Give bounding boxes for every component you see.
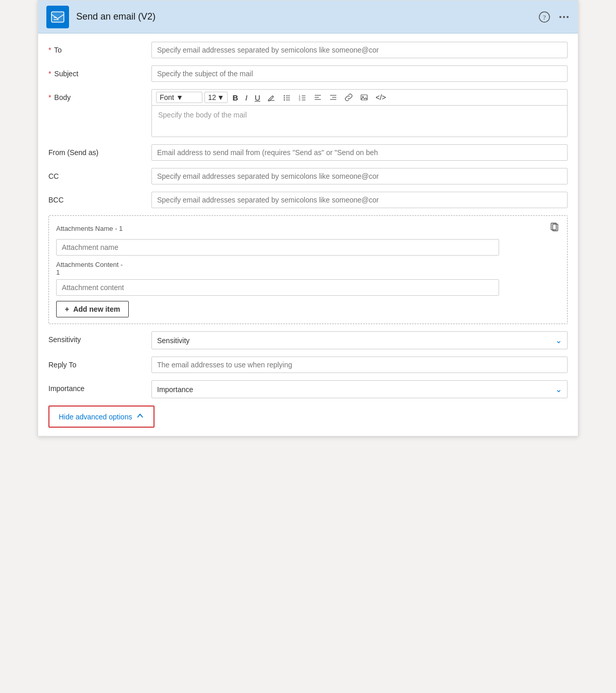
subject-required-indicator: * bbox=[48, 70, 51, 78]
italic-button[interactable]: I bbox=[243, 92, 250, 103]
svg-text:3.: 3. bbox=[299, 98, 301, 102]
attachment-content-input[interactable] bbox=[56, 279, 499, 296]
header-actions: ? bbox=[539, 11, 570, 23]
align-right-button[interactable] bbox=[327, 92, 340, 103]
body-row: * Body Font ▼ 12 ▼ B bbox=[48, 89, 568, 137]
from-row: From (Send as) bbox=[48, 144, 568, 161]
to-required-indicator: * bbox=[48, 46, 51, 54]
more-options-icon[interactable] bbox=[558, 11, 570, 23]
font-size-dropdown-icon: ▼ bbox=[217, 93, 225, 102]
svg-point-10 bbox=[284, 95, 285, 96]
body-toolbar: Font ▼ 12 ▼ B I U bbox=[152, 90, 567, 106]
to-label: * To bbox=[48, 42, 151, 54]
attachments-name-header: Attachments Name - 1 bbox=[56, 222, 560, 235]
reply-to-label: Reply To bbox=[48, 357, 151, 369]
svg-rect-2 bbox=[54, 17, 57, 18]
svg-rect-3 bbox=[54, 19, 59, 20]
bcc-label: BCC bbox=[48, 192, 151, 204]
sensitivity-dropdown[interactable]: Sensitivity ⌄ bbox=[151, 331, 568, 349]
font-label: Font bbox=[160, 93, 174, 102]
to-row: * To bbox=[48, 42, 568, 58]
svg-point-29 bbox=[363, 96, 364, 97]
importance-value: Importance bbox=[157, 385, 193, 394]
reply-to-input[interactable] bbox=[151, 357, 568, 373]
attachments-name-label: Attachments Name - 1 bbox=[56, 225, 123, 232]
subject-row: * Subject bbox=[48, 65, 568, 82]
bold-button[interactable]: B bbox=[230, 92, 241, 103]
subject-input[interactable] bbox=[151, 65, 568, 82]
add-new-item-label: Add new item bbox=[73, 305, 120, 313]
hide-advanced-button[interactable]: Hide advanced options bbox=[48, 405, 155, 428]
importance-row: Importance Importance ⌄ bbox=[48, 380, 568, 398]
link-button[interactable] bbox=[342, 92, 355, 103]
attachments-copy-icon[interactable] bbox=[550, 222, 560, 235]
highlight-button[interactable] bbox=[265, 92, 278, 103]
svg-point-8 bbox=[567, 16, 569, 18]
from-input[interactable] bbox=[151, 144, 568, 161]
body-placeholder: Specify the body of the mail bbox=[158, 111, 247, 119]
panel-title: Send an email (V2) bbox=[76, 11, 539, 22]
image-button[interactable] bbox=[357, 92, 371, 103]
sensitivity-value: Sensitivity bbox=[157, 336, 190, 345]
svg-rect-0 bbox=[52, 12, 64, 22]
importance-chevron-icon: ⌄ bbox=[555, 384, 562, 394]
importance-dropdown[interactable]: Importance ⌄ bbox=[151, 380, 568, 398]
font-selector[interactable]: Font ▼ bbox=[156, 92, 202, 103]
svg-point-12 bbox=[284, 99, 285, 100]
cc-label: CC bbox=[48, 168, 151, 180]
help-icon[interactable]: ? bbox=[539, 11, 550, 23]
body-required-indicator: * bbox=[48, 93, 51, 102]
bcc-input[interactable] bbox=[151, 192, 568, 208]
underline-button[interactable]: U bbox=[252, 92, 263, 103]
svg-text:?: ? bbox=[543, 13, 546, 21]
body-label: * Body bbox=[48, 89, 151, 102]
from-label: From (Send as) bbox=[48, 144, 151, 157]
body-editor: Font ▼ 12 ▼ B I U bbox=[151, 89, 568, 137]
add-new-item-plus-icon: + bbox=[65, 305, 69, 313]
code-button[interactable]: </> bbox=[373, 92, 388, 103]
attachment-content-wrap bbox=[56, 279, 560, 296]
add-new-item-button[interactable]: + Add new item bbox=[56, 301, 129, 317]
svg-rect-28 bbox=[361, 95, 367, 100]
sensitivity-label: Sensitivity bbox=[48, 331, 151, 344]
to-input[interactable] bbox=[151, 42, 568, 58]
panel-header: Send an email (V2) ? bbox=[38, 1, 578, 33]
hide-advanced-row: Hide advanced options bbox=[48, 405, 568, 428]
subject-label: * Subject bbox=[48, 65, 151, 78]
cc-input[interactable] bbox=[151, 168, 568, 184]
font-size-selector[interactable]: 12 ▼ bbox=[204, 92, 228, 103]
panel-body: * To * Subject * Body Font bbox=[38, 33, 578, 436]
importance-label: Importance bbox=[48, 380, 151, 393]
attachments-content-label: Attachments Content - 1 bbox=[56, 261, 560, 276]
send-email-panel: Send an email (V2) ? * To bbox=[38, 0, 578, 436]
reply-to-row: Reply To bbox=[48, 357, 568, 373]
hide-advanced-chevron-icon bbox=[136, 412, 144, 421]
sensitivity-chevron-icon: ⌄ bbox=[555, 335, 562, 345]
svg-point-7 bbox=[563, 16, 565, 18]
sensitivity-row: Sensitivity Sensitivity ⌄ bbox=[48, 331, 568, 349]
body-content-area[interactable]: Specify the body of the mail bbox=[152, 106, 567, 137]
align-left-button[interactable] bbox=[311, 92, 324, 103]
app-icon bbox=[46, 6, 69, 28]
svg-point-6 bbox=[559, 16, 561, 18]
cc-row: CC bbox=[48, 168, 568, 184]
bcc-row: BCC bbox=[48, 192, 568, 208]
attachment-name-wrap bbox=[56, 239, 560, 256]
svg-point-11 bbox=[284, 97, 285, 98]
numbered-list-button[interactable]: 1.2.3. bbox=[296, 92, 309, 103]
bulleted-list-button[interactable] bbox=[280, 92, 294, 103]
attachment-name-input[interactable] bbox=[56, 239, 499, 256]
attachments-section: Attachments Name - 1 Attachments Content… bbox=[48, 215, 568, 324]
hide-advanced-label: Hide advanced options bbox=[59, 413, 132, 421]
font-size-value: 12 bbox=[208, 93, 216, 102]
font-dropdown-icon: ▼ bbox=[176, 93, 183, 102]
